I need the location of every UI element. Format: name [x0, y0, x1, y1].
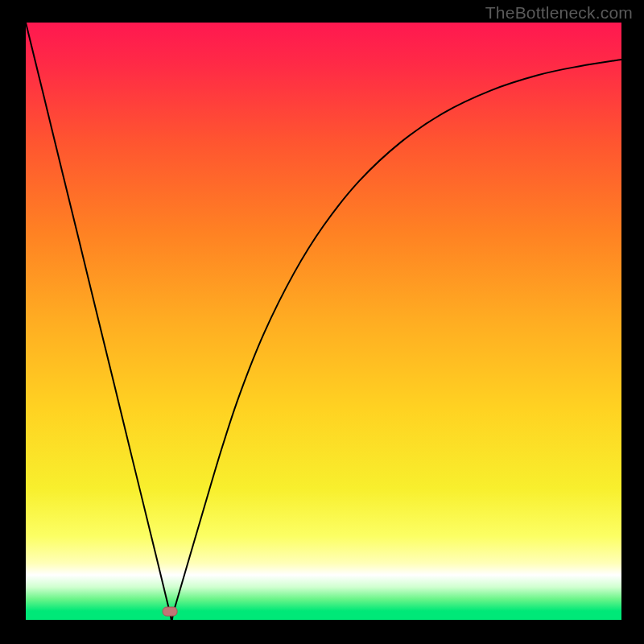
chart-frame: { "watermark": "TheBottleneck.com", "col…: [0, 0, 644, 644]
gradient-plot-background: [26, 23, 621, 620]
watermark-text: TheBottleneck.com: [485, 3, 633, 23]
bottleneck-chart: [0, 0, 644, 644]
minimum-marker: [163, 607, 177, 616]
